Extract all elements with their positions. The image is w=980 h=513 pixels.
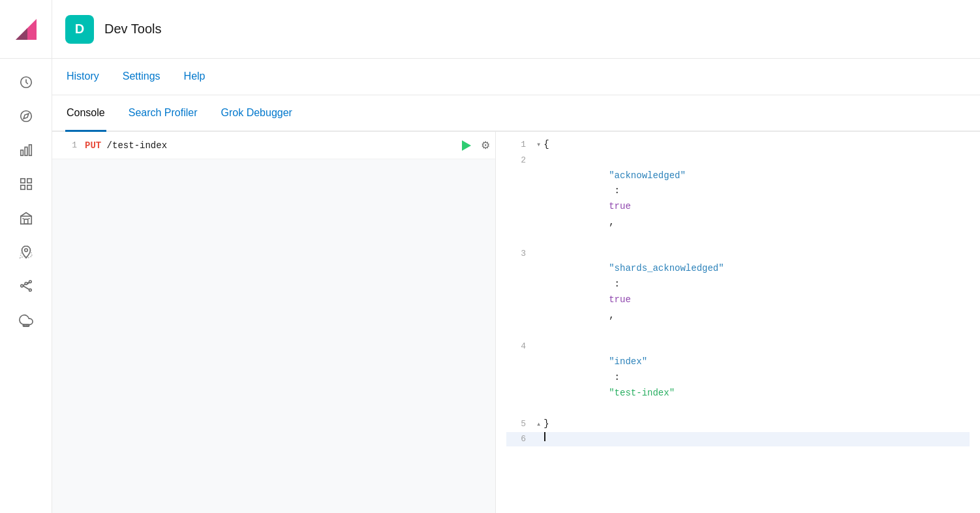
json-brace-open: { [544, 137, 549, 153]
output-line-6: 6 [506, 432, 970, 446]
input-panel: 1 PUT /test-index ⚙ [52, 132, 496, 513]
top-bar: D Dev Tools [52, 0, 980, 59]
collapse-1[interactable]: ▾ [536, 138, 541, 151]
svg-rect-13 [20, 216, 31, 224]
json-value-acknowledged: true [609, 201, 631, 211]
tab-history[interactable]: History [65, 59, 100, 95]
svg-rect-10 [27, 179, 31, 183]
svg-point-19 [29, 281, 31, 283]
tab-help[interactable]: Help [183, 59, 207, 95]
svg-rect-11 [20, 185, 24, 189]
main-area: D Dev Tools History Settings Help Consol… [52, 0, 980, 513]
http-method-label: PUT [85, 140, 101, 151]
input-line-number: 1 [57, 140, 77, 150]
svg-rect-14 [24, 219, 28, 224]
input-rest-area[interactable] [52, 159, 495, 513]
svg-rect-9 [20, 179, 24, 183]
sidebar-item-cloud[interactable] [10, 304, 42, 335]
json-value-shards: true [609, 294, 631, 305]
out-linenum-4: 4 [506, 339, 526, 354]
svg-point-4 [20, 111, 31, 122]
nav-tabs-row: History Settings Help [52, 59, 980, 95]
collapse-6 [536, 433, 541, 446]
out-linenum-6: 6 [506, 432, 526, 446]
svg-point-18 [20, 285, 23, 287]
svg-rect-12 [27, 185, 31, 189]
out-linenum-3: 3 [506, 247, 526, 261]
svg-rect-7 [25, 147, 27, 155]
sidebar-item-visualize[interactable] [10, 134, 42, 166]
svg-point-20 [29, 289, 31, 292]
output-line-5: 5 ▴ } [506, 416, 970, 432]
output-line-1: 1 ▾ { [506, 137, 970, 153]
tab-search-profiler[interactable]: Search Profiler [127, 95, 199, 132]
sidebar-item-ml[interactable] [10, 270, 42, 302]
svg-point-17 [24, 249, 27, 252]
play-triangle-icon [462, 140, 471, 151]
svg-line-24 [23, 286, 29, 290]
input-line-content: PUT /test-index [85, 140, 452, 151]
out-linenum-1: 1 [506, 138, 526, 152]
json-key-acknowledged: "acknowledged" [609, 170, 686, 181]
sidebar-item-maps[interactable] [10, 236, 42, 268]
svg-point-21 [25, 283, 27, 285]
svg-marker-1 [16, 28, 27, 40]
line-actions: ⚙ [457, 136, 490, 155]
tab-grok-debugger[interactable]: Grok Debugger [220, 95, 294, 132]
text-cursor [544, 432, 545, 441]
wrench-icon[interactable]: ⚙ [481, 139, 490, 151]
endpoint-text: /test-index [101, 140, 167, 151]
app-icon-badge: D [65, 15, 94, 44]
console-area: 1 PUT /test-index ⚙ 1 ▾ { [52, 132, 980, 513]
collapse-5[interactable]: ▴ [536, 418, 541, 431]
run-button[interactable] [457, 136, 476, 155]
sidebar-icons-list [0, 59, 52, 335]
json-key-index: "index" [609, 356, 647, 367]
sidebar-item-discover[interactable] [10, 101, 42, 132]
kibana-logo-icon [14, 18, 38, 41]
output-line-4: 4 "index" : "test-index" [506, 339, 970, 416]
collapse-2 [536, 154, 541, 167]
content-tabs-row: Console Search Profiler Grok Debugger [52, 95, 980, 132]
app-title: Dev Tools [104, 22, 161, 37]
console-input-line[interactable]: 1 PUT /test-index ⚙ [52, 132, 495, 159]
icon-sidebar [0, 0, 52, 513]
collapse-3 [536, 247, 541, 260]
tab-settings[interactable]: Settings [121, 59, 162, 95]
json-value-index: "test-index" [609, 388, 675, 398]
out-linenum-2: 2 [506, 153, 526, 168]
collapse-4 [536, 340, 541, 353]
sidebar-item-management[interactable] [10, 202, 42, 234]
sidebar-item-history[interactable] [10, 67, 42, 98]
logo-area [0, 0, 52, 59]
svg-marker-5 [23, 114, 29, 119]
json-brace-close: } [544, 416, 549, 432]
output-line-3: 3 "shards_acknowledged" : true , [506, 246, 970, 339]
out-linenum-5: 5 [506, 417, 526, 431]
output-panel[interactable]: 1 ▾ { 2 "acknowledged" : true , 3 [496, 132, 980, 513]
svg-rect-6 [20, 150, 23, 155]
sidebar-item-dashboard[interactable] [10, 168, 42, 200]
output-line-2: 2 "acknowledged" : true , [506, 153, 970, 246]
svg-rect-8 [29, 145, 31, 156]
tab-console[interactable]: Console [65, 95, 106, 132]
json-key-shards: "shards_acknowledged" [609, 263, 724, 273]
